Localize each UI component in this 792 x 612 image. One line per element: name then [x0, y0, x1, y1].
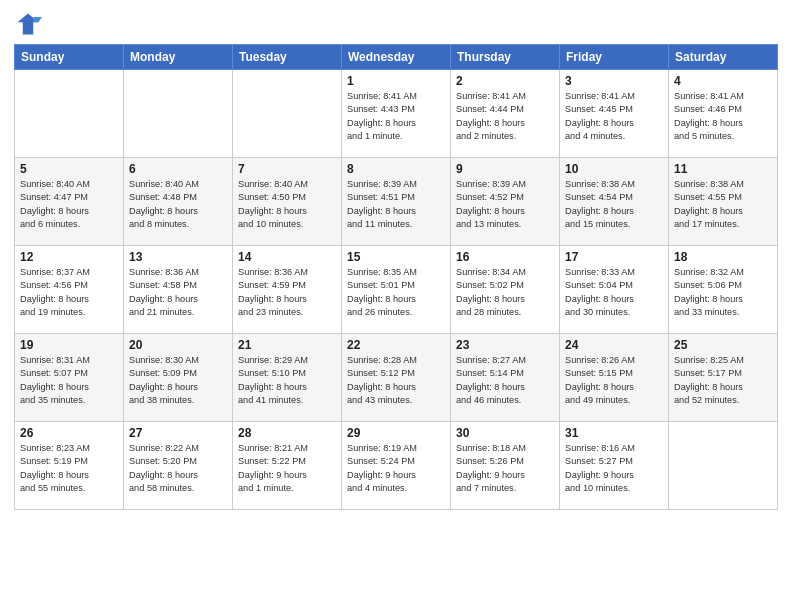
day-info: Sunrise: 8:35 AM Sunset: 5:01 PM Dayligh… [347, 266, 445, 319]
logo [14, 10, 46, 38]
day-info: Sunrise: 8:36 AM Sunset: 4:58 PM Dayligh… [129, 266, 227, 319]
day-info: Sunrise: 8:40 AM Sunset: 4:48 PM Dayligh… [129, 178, 227, 231]
day-info: Sunrise: 8:25 AM Sunset: 5:17 PM Dayligh… [674, 354, 772, 407]
day-cell: 11Sunrise: 8:38 AM Sunset: 4:55 PM Dayli… [669, 158, 778, 246]
week-row-2: 5Sunrise: 8:40 AM Sunset: 4:47 PM Daylig… [15, 158, 778, 246]
day-info: Sunrise: 8:30 AM Sunset: 5:09 PM Dayligh… [129, 354, 227, 407]
day-info: Sunrise: 8:34 AM Sunset: 5:02 PM Dayligh… [456, 266, 554, 319]
day-number: 14 [238, 250, 336, 264]
day-cell: 2Sunrise: 8:41 AM Sunset: 4:44 PM Daylig… [451, 70, 560, 158]
day-info: Sunrise: 8:27 AM Sunset: 5:14 PM Dayligh… [456, 354, 554, 407]
day-cell: 23Sunrise: 8:27 AM Sunset: 5:14 PM Dayli… [451, 334, 560, 422]
day-number: 17 [565, 250, 663, 264]
header-thursday: Thursday [451, 45, 560, 70]
day-cell: 19Sunrise: 8:31 AM Sunset: 5:07 PM Dayli… [15, 334, 124, 422]
day-number: 4 [674, 74, 772, 88]
day-cell: 14Sunrise: 8:36 AM Sunset: 4:59 PM Dayli… [233, 246, 342, 334]
day-info: Sunrise: 8:41 AM Sunset: 4:45 PM Dayligh… [565, 90, 663, 143]
day-cell: 18Sunrise: 8:32 AM Sunset: 5:06 PM Dayli… [669, 246, 778, 334]
day-cell: 16Sunrise: 8:34 AM Sunset: 5:02 PM Dayli… [451, 246, 560, 334]
day-number: 2 [456, 74, 554, 88]
day-info: Sunrise: 8:18 AM Sunset: 5:26 PM Dayligh… [456, 442, 554, 495]
day-info: Sunrise: 8:38 AM Sunset: 4:55 PM Dayligh… [674, 178, 772, 231]
day-cell [15, 70, 124, 158]
day-info: Sunrise: 8:28 AM Sunset: 5:12 PM Dayligh… [347, 354, 445, 407]
day-info: Sunrise: 8:23 AM Sunset: 5:19 PM Dayligh… [20, 442, 118, 495]
day-cell: 15Sunrise: 8:35 AM Sunset: 5:01 PM Dayli… [342, 246, 451, 334]
day-number: 19 [20, 338, 118, 352]
day-info: Sunrise: 8:37 AM Sunset: 4:56 PM Dayligh… [20, 266, 118, 319]
header-sunday: Sunday [15, 45, 124, 70]
header-saturday: Saturday [669, 45, 778, 70]
day-cell: 26Sunrise: 8:23 AM Sunset: 5:19 PM Dayli… [15, 422, 124, 510]
day-cell: 6Sunrise: 8:40 AM Sunset: 4:48 PM Daylig… [124, 158, 233, 246]
day-info: Sunrise: 8:36 AM Sunset: 4:59 PM Dayligh… [238, 266, 336, 319]
day-cell: 28Sunrise: 8:21 AM Sunset: 5:22 PM Dayli… [233, 422, 342, 510]
day-number: 6 [129, 162, 227, 176]
day-cell: 9Sunrise: 8:39 AM Sunset: 4:52 PM Daylig… [451, 158, 560, 246]
day-number: 23 [456, 338, 554, 352]
calendar: SundayMondayTuesdayWednesdayThursdayFrid… [14, 44, 778, 510]
header-row: SundayMondayTuesdayWednesdayThursdayFrid… [15, 45, 778, 70]
day-cell: 27Sunrise: 8:22 AM Sunset: 5:20 PM Dayli… [124, 422, 233, 510]
header [14, 10, 778, 38]
day-number: 31 [565, 426, 663, 440]
day-number: 1 [347, 74, 445, 88]
day-cell [124, 70, 233, 158]
day-info: Sunrise: 8:41 AM Sunset: 4:44 PM Dayligh… [456, 90, 554, 143]
day-cell: 7Sunrise: 8:40 AM Sunset: 4:50 PM Daylig… [233, 158, 342, 246]
day-info: Sunrise: 8:29 AM Sunset: 5:10 PM Dayligh… [238, 354, 336, 407]
logo-icon [14, 10, 42, 38]
day-info: Sunrise: 8:32 AM Sunset: 5:06 PM Dayligh… [674, 266, 772, 319]
day-cell: 1Sunrise: 8:41 AM Sunset: 4:43 PM Daylig… [342, 70, 451, 158]
day-number: 22 [347, 338, 445, 352]
day-number: 26 [20, 426, 118, 440]
day-info: Sunrise: 8:19 AM Sunset: 5:24 PM Dayligh… [347, 442, 445, 495]
day-number: 5 [20, 162, 118, 176]
day-cell: 31Sunrise: 8:16 AM Sunset: 5:27 PM Dayli… [560, 422, 669, 510]
week-row-5: 26Sunrise: 8:23 AM Sunset: 5:19 PM Dayli… [15, 422, 778, 510]
day-number: 25 [674, 338, 772, 352]
day-info: Sunrise: 8:22 AM Sunset: 5:20 PM Dayligh… [129, 442, 227, 495]
day-cell: 25Sunrise: 8:25 AM Sunset: 5:17 PM Dayli… [669, 334, 778, 422]
day-number: 24 [565, 338, 663, 352]
day-cell [233, 70, 342, 158]
day-number: 3 [565, 74, 663, 88]
day-cell: 17Sunrise: 8:33 AM Sunset: 5:04 PM Dayli… [560, 246, 669, 334]
day-info: Sunrise: 8:21 AM Sunset: 5:22 PM Dayligh… [238, 442, 336, 495]
day-info: Sunrise: 8:40 AM Sunset: 4:50 PM Dayligh… [238, 178, 336, 231]
day-info: Sunrise: 8:31 AM Sunset: 5:07 PM Dayligh… [20, 354, 118, 407]
week-row-1: 1Sunrise: 8:41 AM Sunset: 4:43 PM Daylig… [15, 70, 778, 158]
day-cell: 3Sunrise: 8:41 AM Sunset: 4:45 PM Daylig… [560, 70, 669, 158]
day-number: 12 [20, 250, 118, 264]
day-number: 16 [456, 250, 554, 264]
day-number: 11 [674, 162, 772, 176]
day-info: Sunrise: 8:38 AM Sunset: 4:54 PM Dayligh… [565, 178, 663, 231]
day-cell: 20Sunrise: 8:30 AM Sunset: 5:09 PM Dayli… [124, 334, 233, 422]
day-cell: 24Sunrise: 8:26 AM Sunset: 5:15 PM Dayli… [560, 334, 669, 422]
page: SundayMondayTuesdayWednesdayThursdayFrid… [0, 0, 792, 612]
day-number: 7 [238, 162, 336, 176]
day-cell: 29Sunrise: 8:19 AM Sunset: 5:24 PM Dayli… [342, 422, 451, 510]
week-row-4: 19Sunrise: 8:31 AM Sunset: 5:07 PM Dayli… [15, 334, 778, 422]
day-info: Sunrise: 8:26 AM Sunset: 5:15 PM Dayligh… [565, 354, 663, 407]
header-wednesday: Wednesday [342, 45, 451, 70]
day-number: 27 [129, 426, 227, 440]
day-number: 15 [347, 250, 445, 264]
day-number: 28 [238, 426, 336, 440]
day-info: Sunrise: 8:41 AM Sunset: 4:43 PM Dayligh… [347, 90, 445, 143]
day-number: 9 [456, 162, 554, 176]
day-number: 30 [456, 426, 554, 440]
day-cell [669, 422, 778, 510]
day-info: Sunrise: 8:33 AM Sunset: 5:04 PM Dayligh… [565, 266, 663, 319]
day-cell: 5Sunrise: 8:40 AM Sunset: 4:47 PM Daylig… [15, 158, 124, 246]
day-cell: 4Sunrise: 8:41 AM Sunset: 4:46 PM Daylig… [669, 70, 778, 158]
day-cell: 10Sunrise: 8:38 AM Sunset: 4:54 PM Dayli… [560, 158, 669, 246]
header-tuesday: Tuesday [233, 45, 342, 70]
day-cell: 8Sunrise: 8:39 AM Sunset: 4:51 PM Daylig… [342, 158, 451, 246]
day-info: Sunrise: 8:39 AM Sunset: 4:52 PM Dayligh… [456, 178, 554, 231]
day-info: Sunrise: 8:39 AM Sunset: 4:51 PM Dayligh… [347, 178, 445, 231]
day-number: 20 [129, 338, 227, 352]
day-number: 10 [565, 162, 663, 176]
week-row-3: 12Sunrise: 8:37 AM Sunset: 4:56 PM Dayli… [15, 246, 778, 334]
